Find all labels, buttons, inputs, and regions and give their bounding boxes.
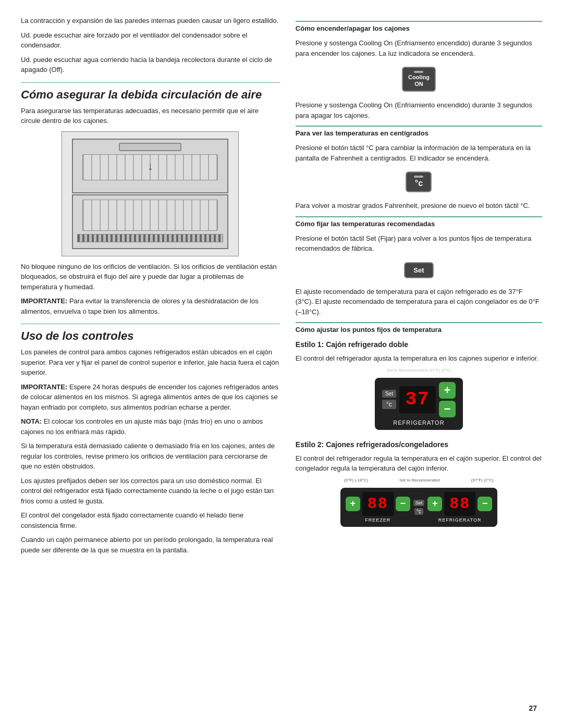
importante-label2: IMPORTANTE: xyxy=(21,383,67,391)
para-defaults: Los ajustes prefijados deben ser los cor… xyxy=(21,476,280,507)
section4-p1: El control del refrigerador ajusta la te… xyxy=(296,353,542,364)
right-s3-p1: Presione el botón táctil Set (Fijar) par… xyxy=(296,233,542,254)
cooling-on-text: CoolingON xyxy=(408,74,430,88)
panel1-right-btns: + − xyxy=(439,382,456,417)
section4-p2: El control del refrigerador regula la te… xyxy=(296,453,542,474)
refrigerator-minus-btn[interactable]: − xyxy=(478,497,492,511)
nota-label: NOTA: xyxy=(21,417,42,425)
set-button-text: Set xyxy=(413,266,424,274)
section1-note1: IMPORTANTE: Para evitar la transferencia… xyxy=(21,296,280,316)
panel2-wrapper: (0°F) (-18°C) Set to Recommended (37°F) … xyxy=(296,478,542,531)
right-s1-p1: Presione y sostenga Cooling On (Enfriami… xyxy=(296,38,542,58)
panel1-left-btns: Set °c xyxy=(382,390,396,409)
right-section2-header: Para ver las temperaturas en centígrados xyxy=(296,126,542,140)
right-section4-header: Cómo ajustar los puntos fijos de tempera… xyxy=(296,322,542,336)
section1-para1: No bloquee ninguno de los orificios de v… xyxy=(21,262,280,292)
page-number: 27 xyxy=(529,704,537,712)
middle-c-btn: °c xyxy=(414,508,423,515)
refrigerator-panel: + 88 − Refrigerator xyxy=(427,492,492,523)
set-button: Set xyxy=(404,262,433,278)
importante-label: IMPORTANTE: xyxy=(21,297,67,305)
right-s2-p1: Presione el botón táctil °C para cambiar… xyxy=(296,143,542,163)
divider-1 xyxy=(21,82,280,83)
freezer-plus-btn[interactable]: + xyxy=(346,497,360,511)
freezer-panel-inner: + 88 − xyxy=(346,492,410,516)
panel1-display: 37 xyxy=(399,386,436,413)
intro-p1: La contracción y expansión de las parede… xyxy=(21,16,280,26)
right-section1-header: Cómo encender/apagar los cajones xyxy=(296,21,542,35)
cooling-on-button: CoolingON xyxy=(402,67,436,92)
panel2-notes: (0°F) (-18°C) Set to Recommended (37°F) … xyxy=(344,478,494,483)
celsius-minus-bar xyxy=(414,176,423,178)
freezer-panel: + 88 − Freezer xyxy=(346,492,410,523)
refrigerator-label: Refrigerator xyxy=(438,517,482,523)
panel1-celsius-btn: °c xyxy=(382,400,396,409)
freezer-display: 88 xyxy=(362,492,394,516)
refrigerator-plus-btn[interactable]: + xyxy=(427,497,442,511)
refrigerator-panel-inner: + 88 − xyxy=(427,492,492,516)
panel2-note-left: (0°F) (-18°C) xyxy=(344,478,368,483)
cooling-minus-bar xyxy=(414,71,423,73)
section4-sub1: Estilo 1: Cajón refrigerado doble xyxy=(296,339,542,350)
panel1-inner: Set °c 37 + − xyxy=(382,382,456,417)
celsius-button: °c xyxy=(406,171,432,192)
section1-intro: Para asegurarse las temperaturas adecuad… xyxy=(21,106,280,126)
panel1-note: Set to Recommended (37°F) (3°C) xyxy=(387,368,451,373)
panel1-wrapper: Set to Recommended (37°F) (3°C) Set °c 3… xyxy=(296,368,542,434)
divider-2 xyxy=(21,324,280,324)
middle-set-btn: Set xyxy=(413,500,425,506)
para-warm: Si la temperatura está demasiado calient… xyxy=(21,441,280,472)
intro-p2: Ud. puede escuchar aire forzado por el v… xyxy=(21,30,280,51)
middle-btns: Set °c xyxy=(413,500,425,515)
freezer-minus-btn[interactable]: − xyxy=(396,497,410,511)
right-s3-p2: El ajuste recomendado de temperatura par… xyxy=(296,287,542,317)
importante-body: IMPORTANTE: Espere 24 horas después de e… xyxy=(21,382,280,413)
panel2-note-right: (37°F) (2°C) xyxy=(471,478,493,483)
panel2-note-mid: Set to Recommended xyxy=(399,478,439,483)
section2-intro: Los paneles de control para ambos cajone… xyxy=(21,347,280,378)
fridge-diagram: ↓ xyxy=(62,131,239,256)
right-s1-p2: Presione y sostenga Cooling On (Enfriami… xyxy=(296,100,542,120)
right-section3-header: Cómo fijar las temperaturas recomendadas xyxy=(296,216,542,230)
right-s2-p2: Para volver a mostrar grados Fahrenheit,… xyxy=(296,201,542,211)
section4-sub2: Estilo 2: Cajones refrigerados/congelado… xyxy=(296,439,542,450)
panel1: Set °c 37 + − Refrigerator xyxy=(375,378,463,430)
panel1-minus-btn[interactable]: − xyxy=(439,401,456,417)
intro-p3: Ud. puede escuchar agua corriendo hacia … xyxy=(21,55,280,75)
nota-body: NOTA: El colocar los controles en un aju… xyxy=(21,416,280,437)
panel1-plus-btn[interactable]: + xyxy=(439,382,456,399)
refrigerator-display: 88 xyxy=(444,492,475,516)
panel1-label: Refrigerator xyxy=(393,419,444,426)
para-freezer: El control del congelador está fijado co… xyxy=(21,510,280,530)
celsius-symbol: °c xyxy=(415,179,423,188)
section2-title: Uso de los controles xyxy=(21,329,280,343)
section1-title: Cómo asegurar la debida circulación de a… xyxy=(21,88,280,102)
para-open: Cuando un cajón permanece abierto por un… xyxy=(21,535,280,555)
freezer-label: Freezer xyxy=(365,517,390,523)
panel2: + 88 − Freezer Set °c + 88 − xyxy=(340,488,498,527)
panel1-set-btn: Set xyxy=(382,390,396,398)
